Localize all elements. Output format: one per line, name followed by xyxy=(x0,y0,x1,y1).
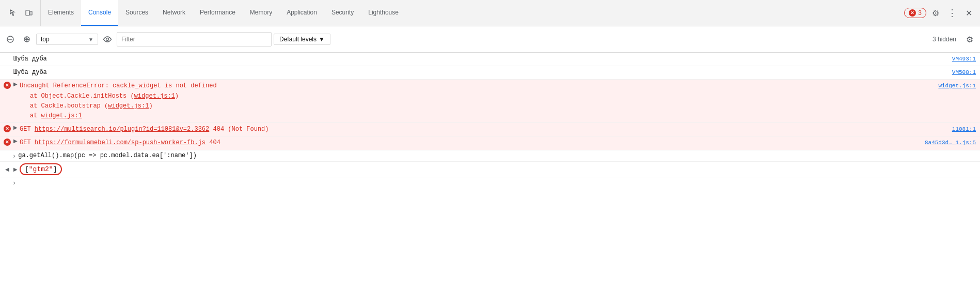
log-levels-button[interactable]: Default levels ▼ xyxy=(274,34,330,45)
console-cursor-prompt: › xyxy=(12,179,16,187)
error-expand-btn-3[interactable]: ▶ xyxy=(12,138,19,144)
console-content: Шуба дуба VM493:1 Шуба дуба VM508:1 ✕ ▶ … xyxy=(0,53,980,189)
tab-spacer xyxy=(406,0,900,26)
error-content-1: Uncaught ReferenceError: cackle_widget i… xyxy=(19,81,938,121)
filter-input[interactable] xyxy=(117,34,271,45)
hidden-count: 3 hidden xyxy=(932,36,960,43)
result-circled-array[interactable]: ["gtm2"] xyxy=(20,163,62,175)
tab-elements[interactable]: Elements xyxy=(41,0,81,26)
error-x-icon: ✕ xyxy=(909,9,916,17)
error-circle-icon-2: ✕ xyxy=(4,125,11,132)
error-expand-btn-1[interactable]: ▶ xyxy=(12,81,19,87)
close-devtools-button[interactable]: ✕ xyxy=(961,6,976,20)
console-toolbar: top ▼ Default levels ▼ 3 hidden ⚙ xyxy=(0,26,980,53)
console-settings-button[interactable]: ⚙ xyxy=(962,32,977,47)
error-status-3: 404 xyxy=(206,139,220,146)
levels-arrow-icon: ▼ xyxy=(319,36,325,43)
error-url-2[interactable]: https://multisearch.io/plugin?id=11081&v… xyxy=(35,126,209,133)
error-circle-icon-3: ✕ xyxy=(4,139,11,146)
error-icon-3: ✕ xyxy=(2,138,12,146)
error-get-prefix-3: GET xyxy=(20,139,35,146)
error-source-1[interactable]: widget.js:1 xyxy=(938,81,980,89)
devtools-tab-bar: Elements Console Sources Network Perform… xyxy=(0,0,980,26)
error-row-1: ✕ ▶ Uncaught ReferenceError: cackle_widg… xyxy=(0,80,980,123)
log-text-1: Шуба дуба xyxy=(12,54,952,64)
result-string-val: "gtm2" xyxy=(29,165,53,173)
error-status-2: 404 (Not Found) xyxy=(209,126,268,133)
error-source-3[interactable]: 8a45d3d… 1.js:5 xyxy=(925,138,980,146)
svg-rect-1 xyxy=(30,11,32,15)
error-icon-1: ✕ xyxy=(2,81,12,89)
tab-memory[interactable]: Memory xyxy=(243,0,279,26)
tab-right-actions: ✕ 3 ⚙ ⋮ ✕ xyxy=(900,0,980,26)
tab-console[interactable]: Console xyxy=(81,0,118,26)
tab-sources[interactable]: Sources xyxy=(118,0,155,26)
svg-point-8 xyxy=(106,38,109,41)
clear-console-button[interactable] xyxy=(3,32,18,47)
error-line-1-3: at widget.js:1 xyxy=(20,111,938,121)
error-content-3: GET https://formulamebeli.com/sp-push-wo… xyxy=(19,138,925,148)
error-link-1-1[interactable]: widget.js:1 xyxy=(134,93,175,100)
error-main-text-1: Uncaught ReferenceError: cackle_widget i… xyxy=(20,82,217,89)
result-row: ◀ ▶ ["gtm2"] xyxy=(0,162,980,177)
result-expand-btn[interactable]: ▶ xyxy=(12,166,19,172)
error-expand-btn-2[interactable]: ▶ xyxy=(12,125,19,130)
log-source-2[interactable]: VM508:1 xyxy=(952,68,980,75)
error-url-3[interactable]: https://formulamebeli.com/sp-push-worker… xyxy=(35,139,206,146)
tab-performance[interactable]: Performance xyxy=(193,0,243,26)
input-icon xyxy=(2,152,12,152)
tab-network[interactable]: Network xyxy=(155,0,193,26)
error-get-prefix-2: GET xyxy=(20,126,35,133)
error-row-3: ✕ ▶ GET https://formulamebeli.com/sp-pus… xyxy=(0,136,980,150)
input-chevron-icon: › xyxy=(12,152,18,160)
context-selector[interactable]: top ▼ xyxy=(36,34,98,45)
result-arrow-icon: ◀ xyxy=(5,166,9,172)
tab-security[interactable]: Security xyxy=(324,0,361,26)
error-link-1-2[interactable]: widget.js:1 xyxy=(108,102,149,110)
error-count-badge[interactable]: ✕ 3 xyxy=(904,8,926,18)
console-cursor-row: › xyxy=(0,177,980,189)
filter-box xyxy=(117,32,272,47)
error-line-1-2: at Cackle.bootstrap (widget.js:1) xyxy=(20,101,938,111)
inspect-element-icon[interactable] xyxy=(6,6,21,20)
device-toolbar-icon[interactable] xyxy=(22,6,36,20)
log-row-1: Шуба дуба VM493:1 xyxy=(0,53,980,66)
js-input-text: ga.getAll().map(pc => pc.model.data.ea['… xyxy=(18,152,197,159)
error-circle-icon-1: ✕ xyxy=(4,82,11,89)
tab-icon-group xyxy=(2,0,41,26)
error-source-2[interactable]: 11081:1 xyxy=(952,125,980,132)
row-icon-1 xyxy=(2,54,12,55)
svg-rect-0 xyxy=(26,10,29,16)
error-row-2: ✕ ▶ GET https://multisearch.io/plugin?id… xyxy=(0,123,980,136)
error-content-2: GET https://multisearch.io/plugin?id=110… xyxy=(19,125,952,134)
log-row-2: Шуба дуба VM508:1 xyxy=(0,66,980,80)
tab-lighthouse[interactable]: Lighthouse xyxy=(361,0,406,26)
more-options-icon[interactable]: ⋮ xyxy=(945,6,959,20)
tab-application[interactable]: Application xyxy=(279,0,324,26)
log-source-1[interactable]: VM493:1 xyxy=(952,54,980,62)
row-icon-2 xyxy=(2,68,12,68)
js-input-row: › ga.getAll().map(pc => pc.model.data.ea… xyxy=(0,150,980,162)
error-line-1-1: at Object.Cackle.initHosts (widget.js:1) xyxy=(20,91,938,101)
result-array-value: ["gtm2"] xyxy=(25,165,57,173)
live-expressions-button[interactable] xyxy=(100,32,115,47)
error-link-1-3[interactable]: widget.js:1 xyxy=(41,112,82,119)
context-dropdown-arrow: ▼ xyxy=(88,37,93,42)
settings-icon[interactable]: ⚙ xyxy=(928,6,943,20)
log-text-2: Шуба дуба xyxy=(12,68,952,78)
filter-toggle-button[interactable] xyxy=(20,32,34,47)
error-icon-2: ✕ xyxy=(2,125,12,132)
